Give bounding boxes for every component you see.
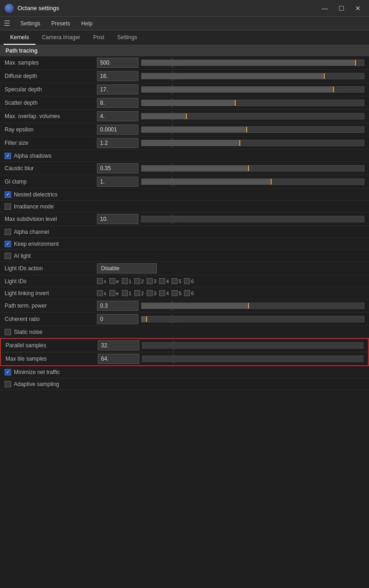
- spinner-max-samples[interactable]: ▲ ▼: [97, 58, 138, 68]
- checkbox-light-id-3[interactable]: [147, 278, 153, 284]
- close-button[interactable]: ✕: [351, 3, 364, 13]
- checkbox-light-link-s[interactable]: [97, 290, 103, 296]
- slider-caustic-blur[interactable]: [141, 165, 364, 172]
- checkbox-light-link-4[interactable]: [159, 290, 165, 296]
- checkbox-light-id-4[interactable]: [159, 278, 165, 284]
- label-filter-size: Filter size: [5, 140, 97, 146]
- slider-diffuse-depth[interactable]: [141, 73, 364, 79]
- checkbox-keep-environment[interactable]: [5, 241, 11, 247]
- tab-settings[interactable]: Settings: [111, 30, 143, 45]
- checkbox-static-noise[interactable]: [5, 329, 11, 335]
- checkbox-light-id-2[interactable]: [134, 278, 140, 284]
- row-alpha-shadows: Alpha shadows: [0, 150, 369, 162]
- light-id-e: e: [109, 278, 119, 284]
- checkbox-light-id-5[interactable]: [172, 278, 178, 284]
- section-path-tracing: Path tracing: [0, 45, 369, 56]
- label-max-samples: Max. samples: [5, 59, 97, 66]
- spinner-scatter-depth[interactable]: ▲ ▼: [97, 98, 138, 108]
- label-max-tile-samples: Max tile samples: [6, 356, 98, 362]
- spinner-path-term[interactable]: ▲ ▼: [97, 301, 138, 311]
- spinner-filter-size[interactable]: ▲ ▼: [97, 138, 138, 148]
- checkbox-light-link-5[interactable]: [172, 290, 178, 296]
- checkbox-light-id-e[interactable]: [109, 278, 115, 284]
- slider-max-samples[interactable]: [141, 59, 364, 66]
- light-id-4: 4: [159, 278, 169, 284]
- row-diffuse-depth: Diffuse depth ▲ ▼: [0, 70, 369, 83]
- menu-help[interactable]: Help: [77, 19, 97, 28]
- row-ray-epsilon: Ray epsilon ▲ ▼: [0, 123, 369, 137]
- label-alpha-channel: Alpha channel: [14, 229, 49, 235]
- checkbox-ai-light[interactable]: [5, 253, 11, 259]
- label-ai-light: AI light: [14, 253, 31, 259]
- slider-filter-size[interactable]: [141, 140, 364, 146]
- minimize-button[interactable]: —: [318, 3, 331, 13]
- label-nested-dielectrics: Nested dielectrics: [14, 191, 58, 198]
- slider-max-subdiv[interactable]: [141, 216, 364, 222]
- checkbox-light-id-s[interactable]: [97, 278, 103, 284]
- label-coherent-ratio: Coherent ratio: [5, 316, 97, 322]
- label-light-link-5: 5: [179, 291, 181, 296]
- spinner-caustic-blur[interactable]: ▲ ▼: [97, 163, 138, 173]
- spinner-ray-epsilon[interactable]: ▲ ▼: [97, 125, 138, 135]
- checkbox-alpha-shadows[interactable]: [5, 153, 11, 159]
- label-light-ids-action: Light IDs action: [5, 265, 97, 272]
- light-id-1: 1: [122, 278, 131, 284]
- label-path-term-power: Path term. power: [5, 303, 97, 309]
- checkbox-light-id-1[interactable]: [122, 278, 128, 284]
- spinner-max-tile-samples[interactable]: ▲ ▼: [98, 354, 139, 364]
- dropdown-light-ids-action[interactable]: Disable: [97, 263, 157, 273]
- slider-parallel-samples[interactable]: [142, 342, 363, 349]
- slider-max-tile-samples[interactable]: [142, 356, 363, 362]
- light-id-2: 2: [134, 278, 144, 284]
- window-controls: — ☐ ✕: [318, 3, 364, 13]
- spinner-coherent-ratio[interactable]: ▲ ▼: [97, 314, 138, 324]
- slider-scatter-depth[interactable]: [141, 100, 364, 106]
- spinner-gi-clamp[interactable]: ▲ ▼: [97, 177, 138, 187]
- light-link-2: 2: [134, 290, 144, 296]
- label-light-link-6: 6: [191, 291, 194, 296]
- checkbox-minimize-net-traffic[interactable]: [5, 369, 11, 375]
- checkbox-light-id-6[interactable]: [184, 278, 190, 284]
- slider-coherent-ratio[interactable]: [141, 316, 364, 322]
- light-link-6: 6: [184, 290, 194, 296]
- label-minimize-net-traffic: Minimize net traffic: [14, 369, 60, 375]
- checkbox-nested-dielectrics[interactable]: [5, 191, 11, 198]
- spinner-specular-depth[interactable]: ▲ ▼: [97, 84, 138, 95]
- tab-camera-imager[interactable]: Camera Imager: [36, 30, 87, 45]
- spinner-max-subdiv[interactable]: ▲ ▼: [97, 214, 138, 224]
- hamburger-icon[interactable]: ☰: [4, 19, 10, 28]
- checkbox-light-link-3[interactable]: [147, 290, 153, 296]
- control-coherent-ratio: ▲ ▼: [97, 314, 364, 324]
- tab-post[interactable]: Post: [87, 30, 111, 45]
- checkbox-light-link-e[interactable]: [109, 290, 115, 296]
- checkbox-adaptive-sampling[interactable]: [5, 381, 11, 387]
- control-specular-depth: ▲ ▼: [97, 84, 364, 95]
- checkbox-light-link-6[interactable]: [184, 290, 190, 296]
- menu-presets[interactable]: Presets: [47, 19, 75, 28]
- label-irradiance-mode: Irradiance mode: [14, 203, 54, 210]
- checkbox-light-link-1[interactable]: [122, 290, 128, 296]
- light-id-5: 5: [172, 278, 181, 284]
- label-light-id-e: e: [116, 279, 119, 284]
- slider-max-overlap[interactable]: [141, 113, 364, 119]
- slider-gi-clamp[interactable]: [141, 178, 364, 185]
- label-light-link-1: 1: [129, 291, 131, 296]
- light-link-4: 4: [159, 290, 169, 296]
- checkbox-alpha-channel[interactable]: [5, 229, 11, 235]
- row-max-tile-samples: Max tile samples ▲ ▼: [1, 352, 368, 365]
- menu-settings[interactable]: Settings: [16, 19, 45, 28]
- checkbox-light-link-2[interactable]: [134, 290, 140, 296]
- spinner-parallel-samples[interactable]: ▲ ▼: [98, 340, 139, 350]
- label-adaptive-sampling: Adaptive sampling: [14, 381, 59, 387]
- spinner-diffuse-depth[interactable]: ▲ ▼: [97, 71, 138, 81]
- maximize-button[interactable]: ☐: [335, 3, 348, 13]
- spinner-max-overlap[interactable]: ▲ ▼: [97, 111, 138, 121]
- menu-bar: ☰ Settings Presets Help: [0, 17, 369, 30]
- tab-kernels[interactable]: Kernels: [4, 30, 36, 45]
- slider-ray-epsilon[interactable]: [141, 126, 364, 133]
- label-keep-environment: Keep environment: [14, 241, 59, 247]
- light-link-s: s: [97, 290, 107, 296]
- slider-path-term[interactable]: [141, 303, 364, 309]
- slider-specular-depth[interactable]: [141, 86, 364, 93]
- checkbox-irradiance-mode[interactable]: [5, 203, 11, 210]
